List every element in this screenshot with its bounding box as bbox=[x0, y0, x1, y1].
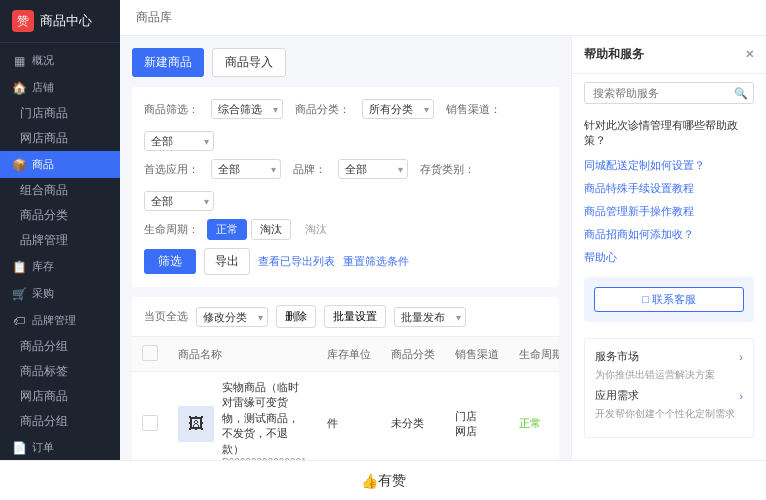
brand-select-wrap: 全部 bbox=[338, 159, 408, 179]
import-product-button[interactable]: 商品导入 bbox=[212, 48, 286, 77]
logo-text: 商品中心 bbox=[40, 12, 92, 30]
table-row: 🖼 实物商品（临时对雷缘可变货物，测试商品，不发货，不退款） P00000000… bbox=[132, 372, 559, 461]
recommend-select[interactable]: 全部 bbox=[211, 159, 281, 179]
help-link-4[interactable]: 帮助心 bbox=[572, 246, 766, 269]
sidebar-sub-offline-store[interactable]: 门店商品 bbox=[0, 101, 120, 126]
product-select-wrap: 综合筛选 bbox=[211, 99, 283, 119]
sidebar-sub-brand[interactable]: 品牌管理 bbox=[0, 228, 120, 253]
th-unit: 库存单位 bbox=[317, 337, 381, 372]
channel-select-wrap: 全部 bbox=[144, 131, 214, 151]
filter-actions: 筛选 导出 查看已导出列表 重置筛选条件 bbox=[144, 248, 547, 275]
main-layout: 赞 商品中心 ▦ 概况 🏠 店铺 门店商品 网店商品 📦 商 bbox=[0, 0, 766, 460]
help-link-3[interactable]: 商品招商如何添加收？ bbox=[572, 223, 766, 246]
lifecycle-obsolete-btn[interactable]: 淘汰 bbox=[251, 219, 291, 240]
row-name-cell: 🖼 实物商品（临时对雷缘可变货物，测试商品，不发货，不退款） P00000000… bbox=[168, 372, 317, 461]
product-name-wrap: 实物商品（临时对雷缘可变货物，测试商品，不发货，不退款） P0000000000… bbox=[222, 380, 307, 460]
help-search-input[interactable] bbox=[584, 82, 754, 104]
batch-publish-wrap: 批量发布 bbox=[394, 307, 466, 327]
header-checkbox[interactable] bbox=[142, 345, 158, 361]
sidebar-sub-combined[interactable]: 组合商品 bbox=[0, 178, 120, 203]
delete-button[interactable]: 删除 bbox=[276, 305, 316, 328]
product-table: 商品名称 库存单位 商品分类 销售渠道 生命周期● 创建时间● 操作 bbox=[132, 337, 559, 460]
purchase-icon: 🛒 bbox=[12, 287, 26, 301]
th-checkbox bbox=[132, 337, 168, 372]
export-button[interactable]: 导出 bbox=[204, 248, 250, 275]
batch-set-button[interactable]: 批量设置 bbox=[324, 305, 386, 328]
search-button[interactable]: 筛选 bbox=[144, 249, 196, 274]
sidebar-item-inventory[interactable]: 📋 库存 bbox=[0, 253, 120, 280]
help-market-title: 服务市场 › bbox=[595, 349, 743, 364]
sidebar-sub-online-store[interactable]: 网店商品 bbox=[0, 126, 120, 151]
sidebar-sub-product-tag[interactable]: 商品标签 bbox=[0, 359, 120, 384]
contact-service-btn[interactable]: □ 联系客服 bbox=[594, 287, 744, 312]
help-need-desc: 开发帮你创建个个性化定制需求 bbox=[595, 407, 743, 421]
sidebar-sub-online-store2[interactable]: 网店商品 bbox=[0, 384, 120, 409]
watermark-icon: 👍 bbox=[361, 473, 378, 489]
help-search: 🔍 bbox=[584, 82, 754, 104]
inventory-select[interactable]: 全部 bbox=[144, 191, 214, 211]
lifecycle-options: 正常 淘汰 bbox=[207, 219, 291, 240]
sidebar-item-store[interactable]: 🏠 店铺 bbox=[0, 74, 120, 101]
table-wrap: 当页全选 修改分类 删除 批量设置 批量发布 bbox=[132, 297, 559, 460]
add-product-button[interactable]: 新建商品 bbox=[132, 48, 204, 77]
sidebar-item-purchase[interactable]: 🛒 采购 bbox=[0, 280, 120, 307]
row-unit-cell: 件 bbox=[317, 372, 381, 461]
brand-select[interactable]: 全部 bbox=[338, 159, 408, 179]
th-name: 商品名称 bbox=[168, 337, 317, 372]
batch-publish-select[interactable]: 批量发布 bbox=[394, 307, 466, 327]
reset-filter-link[interactable]: 重置筛选条件 bbox=[343, 254, 409, 269]
th-channel: 销售渠道 bbox=[445, 337, 509, 372]
lifecycle-status: 正常 bbox=[519, 417, 541, 429]
th-lifecycle: 生命周期● bbox=[509, 337, 559, 372]
action-bar: 新建商品 商品导入 bbox=[132, 48, 559, 77]
filter-row-3: 生命周期： 正常 淘汰 淘汰 bbox=[144, 219, 547, 240]
brand-icon: 🏷 bbox=[12, 314, 26, 328]
sidebar-item-brand-mgmt[interactable]: 🏷 品牌管理 bbox=[0, 307, 120, 334]
channel-item-online: 网店 bbox=[455, 424, 499, 439]
watermark-text: 有赞 bbox=[378, 472, 406, 490]
overview-icon: ▦ bbox=[12, 54, 26, 68]
table-toolbar: 当页全选 修改分类 删除 批量设置 批量发布 bbox=[132, 297, 559, 337]
help-link-2[interactable]: 商品管理新手操作教程 bbox=[572, 200, 766, 223]
sidebar-logo: 赞 商品中心 bbox=[0, 0, 120, 43]
sidebar-sub-category[interactable]: 商品分类 bbox=[0, 203, 120, 228]
channel-item-store: 门店 bbox=[455, 409, 499, 424]
sidebar-sub-online-cat[interactable]: 商品分组 bbox=[0, 409, 120, 434]
store-icon: 🏠 bbox=[12, 81, 26, 95]
category-select[interactable]: 所有分类 bbox=[362, 99, 434, 119]
help-close-icon[interactable]: ✕ bbox=[745, 48, 754, 61]
filter-panel: 商品筛选： 综合筛选 商品分类： 所有分类 bbox=[132, 87, 559, 287]
breadcrumb: 商品库 bbox=[120, 0, 766, 36]
help-intro: 针对此次诊情管理有哪些帮助政策？ bbox=[572, 112, 766, 154]
sidebar-item-brand-label: 品牌管理 bbox=[32, 313, 76, 328]
help-link-1[interactable]: 商品特殊手续设置教程 bbox=[572, 177, 766, 200]
need-arrow[interactable]: › bbox=[739, 390, 743, 402]
product-area: 新建商品 商品导入 商品筛选： 综合筛选 bbox=[120, 36, 571, 460]
channel-label: 销售渠道： bbox=[446, 102, 501, 117]
content-split: 新建商品 商品导入 商品筛选： 综合筛选 bbox=[120, 36, 766, 460]
lifecycle-normal-btn[interactable]: 正常 bbox=[207, 219, 247, 240]
channel-list: 门店 网店 bbox=[455, 409, 499, 439]
row-channel-cell: 门店 网店 bbox=[445, 372, 509, 461]
channel-select[interactable]: 全部 bbox=[144, 131, 214, 151]
batch-modify-wrap: 修改分类 bbox=[196, 307, 268, 327]
row-checkbox[interactable] bbox=[142, 415, 158, 431]
sidebar-item-product[interactable]: 📦 商品 bbox=[0, 151, 120, 178]
filter-row-1: 商品筛选： 综合筛选 商品分类： 所有分类 bbox=[144, 99, 547, 151]
help-link-0[interactable]: 同城配送定制如何设置？ bbox=[572, 154, 766, 177]
sidebar-sub-product-group[interactable]: 商品分组 bbox=[0, 334, 120, 359]
help-panel: 帮助和服务 ✕ 🔍 针对此次诊情管理有哪些帮助政策？ 同城配送定制如何设置？ 商… bbox=[571, 36, 766, 460]
th-category: 商品分类 bbox=[381, 337, 445, 372]
market-arrow[interactable]: › bbox=[739, 351, 743, 363]
watermark-bar: 👍 有赞 bbox=[0, 460, 766, 500]
batch-modify-select[interactable]: 修改分类 bbox=[196, 307, 268, 327]
sidebar-item-order[interactable]: 📄 订单 bbox=[0, 434, 120, 460]
row-checkbox-cell bbox=[132, 372, 168, 461]
product-thumbnail: 🖼 bbox=[178, 406, 214, 442]
select-all-label: 当页全选 bbox=[144, 309, 188, 324]
product-select[interactable]: 综合筛选 bbox=[211, 99, 283, 119]
sidebar-item-inventory-label: 库存 bbox=[32, 259, 54, 274]
sidebar-item-overview[interactable]: ▦ 概况 bbox=[0, 47, 120, 74]
recommend-label: 首选应用： bbox=[144, 162, 199, 177]
view-export-link[interactable]: 查看已导出列表 bbox=[258, 254, 335, 269]
